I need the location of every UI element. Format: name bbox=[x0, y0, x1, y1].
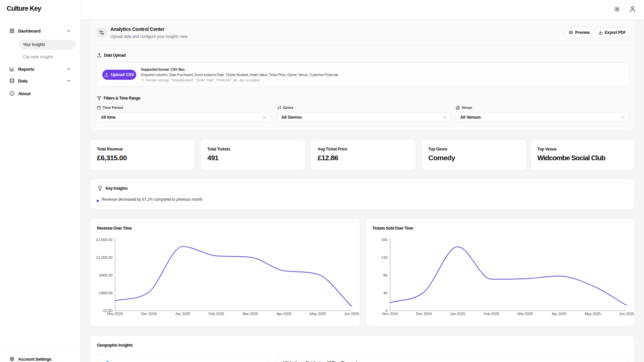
svg-text:Feb 2025: Feb 2025 bbox=[209, 312, 224, 316]
svg-text:Feb 2025: Feb 2025 bbox=[484, 312, 499, 316]
svg-text:80: 80 bbox=[383, 273, 387, 277]
svg-text:160: 160 bbox=[381, 238, 387, 242]
svg-text:Jan 2025: Jan 2025 bbox=[450, 312, 465, 316]
svg-text:Jun 2025: Jun 2025 bbox=[344, 312, 359, 316]
svg-text:Dec 2024: Dec 2024 bbox=[416, 312, 432, 316]
svg-text:£1,600.00: £1,600.00 bbox=[96, 238, 112, 242]
svg-text:Apr 2025: Apr 2025 bbox=[276, 312, 291, 316]
svg-text:120: 120 bbox=[381, 255, 387, 259]
svg-text:Jan 2025: Jan 2025 bbox=[175, 312, 190, 316]
svg-text:May 2025: May 2025 bbox=[310, 312, 326, 316]
svg-text:Mar 2025: Mar 2025 bbox=[243, 312, 258, 316]
svg-text:£800.00: £800.00 bbox=[99, 273, 112, 277]
svg-text:Dec 2024: Dec 2024 bbox=[141, 312, 157, 316]
svg-text:40: 40 bbox=[383, 291, 387, 295]
svg-text:Apr 2025: Apr 2025 bbox=[551, 312, 566, 316]
svg-text:May 2025: May 2025 bbox=[585, 312, 601, 316]
svg-text:Mar 2025: Mar 2025 bbox=[518, 312, 533, 316]
svg-text:Nov 2024: Nov 2024 bbox=[382, 312, 398, 316]
svg-text:£400.00: £400.00 bbox=[99, 291, 112, 295]
svg-text:Nov 2024: Nov 2024 bbox=[107, 312, 123, 316]
svg-text:Jun 2025: Jun 2025 bbox=[619, 312, 634, 316]
svg-text:£1,200.00: £1,200.00 bbox=[96, 255, 112, 259]
